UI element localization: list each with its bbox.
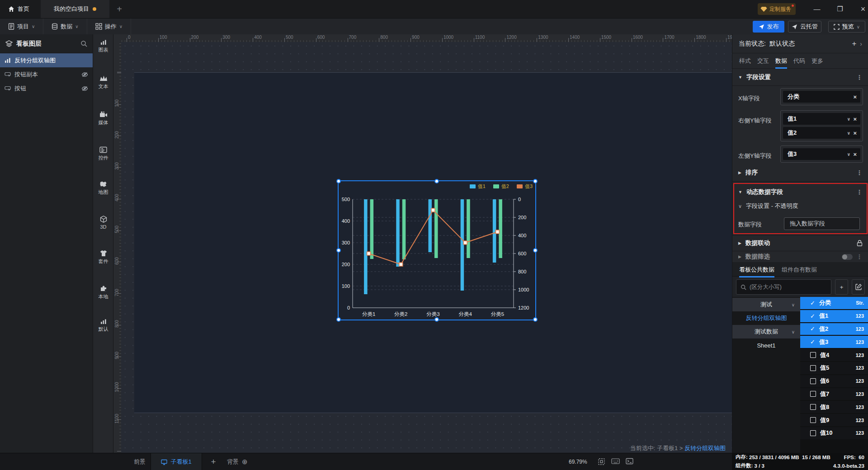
selection-handle[interactable] [434, 317, 439, 322]
checkbox-checked-icon[interactable]: ✓ [810, 325, 815, 332]
checkbox-unchecked-icon[interactable] [810, 417, 816, 423]
checkbox-unchecked-icon[interactable] [810, 365, 816, 371]
subboard-tab[interactable]: 子看板1 [151, 453, 202, 470]
section-sort[interactable]: ▶ 排序 ⋮ [732, 164, 868, 182]
tab-更多[interactable]: 更多 [811, 53, 823, 69]
canvas[interactable]: 0100200300400500600700800900100011001200… [113, 34, 732, 453]
selection-parent[interactable]: 子看板1 [657, 445, 678, 451]
background-label[interactable]: 背景 ⊕ [227, 453, 248, 470]
checkbox-unchecked-icon[interactable] [810, 404, 816, 410]
toolbox-item-3D[interactable]: 3D [93, 216, 113, 230]
toolbox-item-套件[interactable]: 套件 [93, 250, 113, 265]
eye-off-icon[interactable] [81, 72, 88, 77]
window-close-button[interactable]: × [858, 4, 868, 14]
foreground-label[interactable]: 前景 [134, 453, 146, 470]
remove-field-icon[interactable]: × [853, 130, 857, 136]
toolbox-item-图表[interactable]: 图表 [93, 40, 113, 53]
zoom-level[interactable]: 69.79% [569, 453, 587, 470]
toolbox-item-控件[interactable]: 控件 [93, 146, 113, 161]
fit-screen-icon[interactable] [598, 458, 605, 465]
circle-plus-icon[interactable]: ⊕ [242, 458, 248, 466]
remove-field-icon[interactable]: × [853, 94, 857, 100]
search-icon[interactable] [80, 40, 87, 47]
toolbox-item-本地[interactable]: 本地 [93, 285, 113, 300]
checkbox-unchecked-icon[interactable] [810, 352, 816, 358]
data-field-值6[interactable]: 值6123 [800, 375, 868, 387]
kebab-menu-icon[interactable]: ⋮ [856, 188, 863, 196]
toolbox-item-文本[interactable]: 文本 [93, 75, 113, 90]
section-field-settings[interactable]: ▼ 字段设置 ⋮ [732, 69, 868, 86]
add-subboard-button[interactable]: + [208, 456, 219, 467]
home-button[interactable]: 首页 [8, 0, 29, 18]
data-search-input[interactable]: (区分大小写) [736, 279, 831, 295]
kebab-menu-icon[interactable]: ⋮ [856, 169, 863, 176]
layer-row-按钮副本[interactable]: 按钮副本 [0, 67, 93, 81]
canvas-body[interactable]: 值1值2值3 500400300200100002004006008001000… [121, 42, 732, 453]
new-tab-button[interactable]: + [114, 4, 125, 14]
menu-item-操作[interactable]: 操作∨ [87, 19, 131, 34]
checkbox-unchecked-icon[interactable] [810, 378, 816, 384]
selection-handle[interactable] [336, 179, 341, 183]
project-tab[interactable]: 我的空白项目 [41, 0, 109, 18]
layer-row-按钮[interactable]: 按钮 [0, 81, 93, 95]
data-field-值8[interactable]: 值8123 [800, 401, 868, 413]
menu-item-数据[interactable]: 数据∨ [43, 19, 87, 34]
chevron-down-icon[interactable]: ∨ [792, 329, 795, 334]
legend-item-值2[interactable]: 值2 [493, 183, 509, 190]
keyboard-shortcuts-icon[interactable] [611, 458, 620, 465]
tab-样式[interactable]: 样式 [739, 53, 751, 69]
data-field-值3[interactable]: ✓值3123 [800, 336, 868, 348]
selection-handle[interactable] [533, 317, 538, 322]
eye-off-icon[interactable] [81, 86, 88, 91]
window-maximize-button[interactable]: ❐ [835, 4, 845, 14]
add-data-button[interactable]: + [835, 279, 848, 295]
section-data-filter[interactable]: ▶ 数据筛选 ⋮ [732, 251, 868, 262]
data-source-测试[interactable]: 测试∨ [732, 298, 800, 311]
checkbox-unchecked-icon[interactable] [810, 430, 816, 436]
remove-field-icon[interactable]: × [853, 151, 857, 158]
checkbox-checked-icon[interactable]: ✓ [810, 338, 815, 345]
chevron-down-icon[interactable]: ∨ [847, 152, 850, 157]
section-dynamic-fields[interactable]: ▼ 动态数据字段 ⋮ [732, 184, 868, 200]
preview-button[interactable]: 预览 ∨ [828, 21, 865, 33]
data-source-测试数据[interactable]: 测试数据∨ [732, 325, 800, 338]
toolbox-item-媒体[interactable]: 媒体 [93, 111, 113, 126]
layer-row-反转分组双轴图[interactable]: 反转分组双轴图 [0, 53, 93, 67]
selection-handle[interactable] [434, 179, 439, 183]
data-field-值5[interactable]: 值5123 [800, 362, 868, 374]
data-source-Sheet1[interactable]: Sheet1 [732, 338, 800, 352]
data-field-值4[interactable]: 值4123 [800, 349, 868, 361]
checkbox-checked-icon[interactable]: ✓ [810, 300, 815, 306]
window-minimize-button[interactable]: — [811, 4, 822, 14]
chevron-down-icon[interactable]: ∨ [792, 302, 795, 307]
selection-handle[interactable] [336, 317, 341, 322]
selection-component-name[interactable]: 反转分组双轴图 [684, 445, 726, 451]
selection-handle[interactable] [533, 179, 538, 183]
field-value-值2[interactable]: 值2∨× [783, 127, 860, 139]
section-data-linkage[interactable]: ▶ 数据联动 [732, 235, 868, 251]
legend-item-值1[interactable]: 值1 [470, 183, 486, 190]
filter-toggle[interactable] [842, 254, 853, 260]
edit-data-button[interactable] [852, 279, 865, 295]
data-tab-看板公共数据[interactable]: 看板公共数据 [739, 262, 774, 277]
menu-item-项目[interactable]: 项目∨ [0, 19, 43, 34]
field-value-分类[interactable]: 分类× [783, 91, 860, 103]
data-field-值2[interactable]: ✓值2123 [800, 323, 868, 335]
dual-axis-chart-component[interactable]: 值1值2值3 500400300200100002004006008001000… [339, 181, 535, 320]
add-state-button[interactable]: + [852, 39, 856, 48]
legend-item-值3[interactable]: 值3 [517, 183, 533, 190]
kebab-menu-icon[interactable]: ⋮ [856, 253, 863, 260]
data-field-值9[interactable]: 值9123 [800, 414, 868, 426]
console-icon[interactable] [626, 458, 633, 465]
selection-handle[interactable] [533, 248, 538, 253]
checkbox-checked-icon[interactable]: ✓ [810, 313, 815, 320]
custom-service-badge[interactable]: 定制服务 [758, 3, 796, 15]
data-source-反转分组双轴图[interactable]: 反转分组双轴图 [732, 311, 800, 325]
field-value-值3[interactable]: 值3∨× [783, 148, 860, 160]
chevron-down-icon[interactable]: ∨ [847, 131, 850, 136]
data-field-值1[interactable]: ✓值1123 [800, 310, 868, 322]
chevron-right-icon[interactable]: › [860, 40, 862, 47]
toolbox-item-默认[interactable]: 默认 [93, 319, 113, 333]
cloud-hosting-button[interactable]: 云托管 [788, 21, 821, 33]
tab-交互[interactable]: 交互 [757, 53, 769, 69]
